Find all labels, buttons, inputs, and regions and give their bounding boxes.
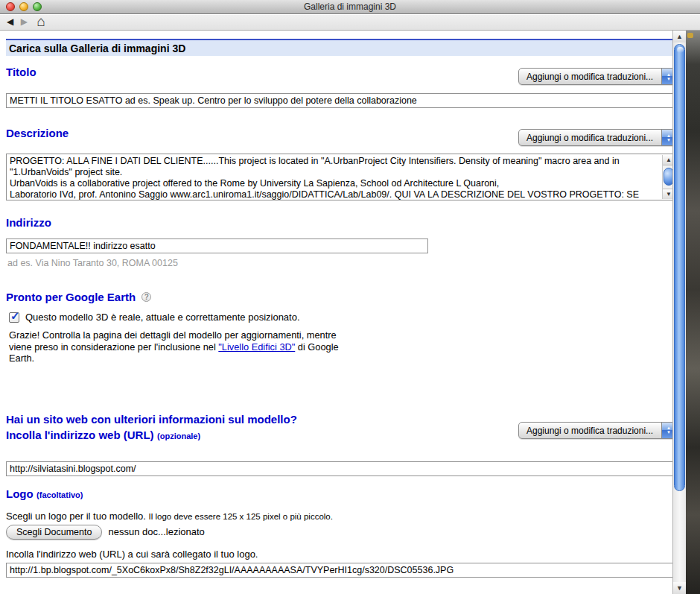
section-google-earth-header: Pronto per Google Earth? bbox=[6, 291, 674, 304]
translations-dropdown-titolo[interactable]: Aggiungi o modifica traduzioni... ▲ ▼ bbox=[518, 68, 674, 85]
logo-size-hint: Il logo deve essere 125 x 125 pixel o pi… bbox=[149, 512, 333, 521]
checkmark-icon: ✓ bbox=[10, 309, 20, 323]
home-icon[interactable]: ⌂ bbox=[36, 13, 45, 30]
desktop-icon-fragment bbox=[687, 33, 693, 38]
description-textarea[interactable]: PROGETTO: ALLA FINE I DATI DEL CLIENTE..… bbox=[6, 154, 674, 200]
logo-optional-label: (facoltativo) bbox=[36, 490, 83, 499]
window-title: Galleria di immagini 3D bbox=[0, 1, 700, 12]
help-icon[interactable]: ? bbox=[141, 292, 151, 302]
real-world-checkbox[interactable]: ✓ bbox=[9, 312, 19, 323]
translations-dropdown-website[interactable]: Aggiungi o modifica traduzioni... ▲ ▼ bbox=[518, 422, 674, 439]
page-scrollbar[interactable]: ▲ ▼ bbox=[672, 31, 686, 594]
title-input[interactable] bbox=[6, 93, 674, 108]
section-website-header: Hai un sito web con ulteriori informazio… bbox=[6, 411, 674, 445]
stepper-down-icon: ▼ bbox=[666, 77, 671, 81]
desktop-background bbox=[686, 31, 700, 594]
website-heading-line2: Incolla l'indirizzo web (URL) bbox=[6, 429, 154, 441]
logo-url-input[interactable] bbox=[6, 563, 674, 578]
checkbox-label: Questo modello 3D è reale, attuale e cor… bbox=[25, 312, 300, 323]
translations-dropdown-descrizione[interactable]: Aggiungi o modifica traduzioni... ▲ ▼ bbox=[518, 129, 674, 146]
stepper-down-icon: ▼ bbox=[666, 430, 671, 435]
forward-icon[interactable]: ▶ bbox=[21, 16, 28, 27]
translations-dropdown-label: Aggiungi o modifica traduzioni... bbox=[526, 133, 653, 143]
browser-window: Galleria di immagini 3D ◀ ▶ ⌂ Carica sul… bbox=[0, 0, 700, 594]
logo-file-row: Scegli Documento nessun doc...lezionato bbox=[6, 525, 674, 540]
description-text: PROGETTO: ALLA FINE I DATI DEL CLIENTE..… bbox=[10, 156, 659, 200]
buildings-layer-link[interactable]: "Livello Edifici 3D" bbox=[218, 341, 295, 353]
logo-heading: Logo bbox=[6, 487, 34, 500]
choose-file-button[interactable]: Scegli Documento bbox=[6, 525, 102, 540]
scrollbar-down-icon[interactable]: ▼ bbox=[673, 582, 686, 594]
translations-dropdown-label: Aggiungi o modifica traduzioni... bbox=[526, 72, 653, 82]
section-titolo-header: Titolo Aggiungi o modifica traduzioni...… bbox=[6, 66, 674, 85]
title-bar: Galleria di immagini 3D bbox=[0, 0, 700, 14]
section-descrizione-header: Descrizione Aggiungi o modifica traduzio… bbox=[6, 127, 674, 146]
logo-url-label: Incolla l'indirizzo web (URL) a cui sarà… bbox=[6, 549, 674, 560]
website-optional-label: (opzionale) bbox=[157, 432, 200, 440]
scrollbar-up-icon[interactable]: ▲ bbox=[673, 31, 686, 42]
browser-toolbar: ◀ ▶ ⌂ bbox=[0, 15, 700, 31]
website-url-input[interactable] bbox=[6, 461, 674, 476]
back-icon[interactable]: ◀ bbox=[7, 16, 13, 27]
google-earth-checkbox-row: ✓ Questo modello 3D è reale, attuale e c… bbox=[9, 312, 674, 323]
indirizzo-heading: Indirizzo bbox=[6, 216, 674, 229]
page-content: Carica sulla Galleria di immagini 3D Tit… bbox=[0, 31, 674, 594]
stepper-down-icon: ▼ bbox=[666, 138, 671, 142]
address-input[interactable] bbox=[6, 238, 428, 253]
no-file-selected-label: nessun doc...lezionato bbox=[108, 526, 204, 537]
translations-dropdown-label: Aggiungi o modifica traduzioni... bbox=[526, 426, 653, 436]
logo-intro-line: Scegli un logo per il tuo modello. Il lo… bbox=[6, 511, 674, 522]
section-indirizzo-header: Indirizzo bbox=[6, 216, 674, 229]
google-earth-note: Grazie! Controlla la pagina dei dettagli… bbox=[9, 329, 359, 364]
logo-intro: Scegli un logo per il tuo modello. bbox=[6, 511, 146, 522]
google-earth-heading: Pronto per Google Earth bbox=[6, 291, 136, 303]
scrollbar-thumb[interactable] bbox=[674, 44, 685, 491]
section-logo-header: Logo (facoltativo) bbox=[6, 487, 674, 501]
page-title: Carica sulla Galleria di immagini 3D bbox=[6, 39, 674, 56]
address-hint: ad es. Via Nino Taranto 30, ROMA 00125 bbox=[7, 258, 674, 268]
